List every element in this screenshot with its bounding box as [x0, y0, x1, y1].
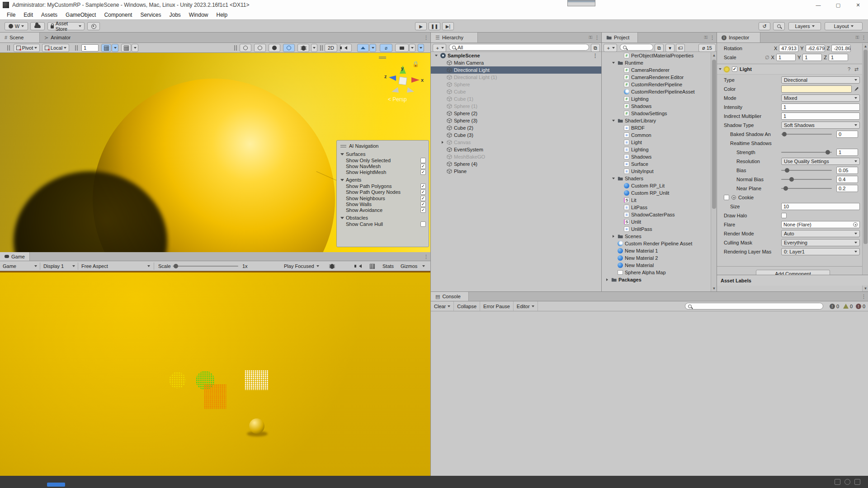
hierarchy-row-sphere-1-[interactable]: Sphere (1) — [431, 103, 601, 110]
hierarchy-row-cube-3-[interactable]: Cube (3) — [431, 131, 601, 139]
hierarchy-row-main-camera[interactable]: Main Camera — [431, 59, 601, 66]
tab-inspector[interactable]: i Inspector — [717, 33, 760, 42]
lighting-toggle[interactable] — [269, 44, 280, 52]
draw-halo-checkbox[interactable] — [781, 213, 787, 218]
scale-y-field[interactable]: 1 — [802, 54, 822, 61]
render-mode-dropdown[interactable]: Auto — [781, 230, 860, 237]
nav-section-obstacles[interactable]: Obstacles — [340, 215, 426, 221]
hierarchy-row-directional-light-1-[interactable]: Directional Light (1) — [431, 74, 601, 81]
mode-dropdown[interactable]: Mixed — [781, 94, 860, 102]
row-options-icon[interactable]: ⋮ — [593, 53, 601, 59]
frame-debugger-button[interactable] — [328, 263, 336, 270]
checkbox[interactable] — [420, 158, 426, 163]
menu-services[interactable]: Services — [136, 12, 165, 18]
type-dropdown[interactable]: Directional — [781, 76, 860, 84]
rotation-z-field[interactable]: -201.86 — [831, 45, 851, 52]
effects-toggle[interactable] — [357, 44, 369, 52]
game-view-dropdown[interactable]: Game — [1, 263, 39, 270]
project-row-shadowcasterpass[interactable]: ≡ShadowCasterPass — [602, 211, 711, 218]
nav-option-show-path-polygons[interactable]: Show Path Polygons✓ — [340, 183, 426, 189]
strength-slider[interactable] — [781, 152, 832, 153]
project-row-shadows[interactable]: ≡Shadows — [602, 153, 711, 160]
tab-hierarchy[interactable]: ☰ Hierarchy — [431, 33, 478, 42]
hierarchy-row-sphere-3-[interactable]: Sphere (3) — [431, 117, 601, 124]
tab-animator[interactable]: ≻ Animator — [40, 33, 85, 42]
console-error-pause-button[interactable]: Error Pause — [480, 301, 514, 311]
search-by-label-button[interactable]: 🏷 — [676, 44, 685, 52]
scale-slider[interactable] — [173, 266, 238, 267]
project-row-perobjectmaterialproperties[interactable]: #PerObjectMaterialProperties — [602, 52, 711, 59]
menu-window[interactable]: Window — [185, 12, 212, 18]
cookie-checkbox[interactable] — [724, 195, 729, 200]
maximize-button[interactable]: ▢ — [828, 0, 848, 10]
project-row-new-material-2[interactable]: New Material 2 — [602, 254, 711, 262]
tab-console[interactable]: ▤ Console — [431, 292, 469, 301]
status-activity-icon[interactable] — [844, 479, 850, 485]
toolbar-drag-handle[interactable] — [7, 45, 10, 51]
resolution-dropdown[interactable]: Use Quality Settings — [781, 158, 860, 165]
toolbar-drag-handle-2[interactable] — [75, 45, 78, 51]
project-row-unityinput[interactable]: ≡UnityInput — [602, 168, 711, 175]
step-button[interactable]: ▶| — [442, 22, 454, 30]
hierarchy-create-dropdown[interactable]: ＋ — [433, 44, 446, 52]
cloud-button[interactable] — [30, 22, 45, 30]
project-row-shaderlibrary[interactable]: ShaderLibrary — [602, 117, 711, 124]
inspector-lock-icon[interactable]: ⚿ — [855, 35, 859, 40]
project-row-scenes[interactable]: Scenes — [602, 233, 711, 240]
mute-audio-button[interactable] — [357, 263, 363, 270]
menu-assets[interactable]: Assets — [37, 12, 61, 18]
intensity-field[interactable]: 1 — [781, 103, 860, 111]
scene-viewport[interactable]: 🔒 y x z < Persp AI Navigation SurfacesSh… — [0, 53, 430, 252]
wireframe-toggle[interactable] — [254, 44, 266, 52]
menu-jobs[interactable]: Jobs — [165, 12, 184, 18]
layers-dropdown[interactable]: Layers — [788, 22, 821, 30]
persp-label[interactable]: < Persp — [388, 96, 407, 103]
project-search-window-button[interactable]: ⧉ — [655, 44, 664, 52]
play-button[interactable]: ▶ — [415, 22, 427, 30]
project-row-shadows[interactable]: #Shadows — [602, 103, 711, 110]
nav-option-show-only-selected[interactable]: Show Only Selected — [340, 157, 426, 163]
normal-bias-slider[interactable] — [781, 179, 832, 180]
console-search-input[interactable] — [685, 303, 823, 310]
slider-value-field[interactable]: 0.2 — [836, 185, 858, 192]
nav-option-show-carve-hull[interactable]: Show Carve Hull — [340, 221, 426, 227]
inspector-panel-menu[interactable]: ⋮ — [861, 35, 866, 41]
play-focused-dropdown[interactable]: Play Focused — [282, 263, 321, 270]
nav-overlay-grip[interactable] — [340, 145, 346, 147]
status-refresh-icon[interactable] — [854, 479, 860, 485]
grid-size-field[interactable]: 1 — [81, 44, 99, 52]
hierarchy-row-samplescene[interactable]: SampleScene⋮ — [431, 52, 601, 59]
scene-debug-toggle[interactable] — [297, 44, 309, 52]
checkbox[interactable]: ✓ — [420, 169, 426, 175]
camera-overlay-button[interactable] — [395, 44, 409, 52]
inspector-scrollbar[interactable]: ▲ ▼ — [862, 43, 868, 291]
hierarchy-row-cube-2-[interactable]: Cube (2) — [431, 124, 601, 131]
hierarchy-row-cube-1-[interactable]: Cube (1) — [431, 95, 601, 103]
project-row-custom-rp-unlit[interactable]: Custom RP_Unlit — [602, 189, 711, 197]
rendering-layer-mas-dropdown[interactable]: 0: Layer1 — [781, 248, 860, 255]
baked-shadow-an-slider[interactable] — [781, 134, 832, 135]
console-panel-menu[interactable]: ⋮ — [861, 294, 866, 300]
hierarchy-row-cube[interactable]: Cube — [431, 88, 601, 95]
checkbox[interactable]: ✓ — [420, 196, 426, 201]
effects-dropdown[interactable] — [369, 44, 376, 52]
project-row-camerarenderer-editor[interactable]: #CameraRenderer.Editor — [602, 74, 711, 81]
floating-window-thumbnail[interactable] — [567, 0, 595, 6]
asset-store-button[interactable]: Asset Store — [47, 22, 85, 30]
project-row-surface[interactable]: ≡Surface — [602, 160, 711, 168]
search-button[interactable] — [773, 22, 785, 30]
project-row-common[interactable]: ≡Common — [602, 131, 711, 139]
slider-value-field[interactable]: 1 — [836, 149, 858, 156]
grid-snap-toggle[interactable] — [101, 44, 111, 52]
draw-mode-toggle[interactable] — [240, 44, 251, 52]
console-clear-button[interactable]: Clear — [431, 301, 454, 311]
nav-option-show-navmesh[interactable]: Show NavMesh✓ — [340, 163, 426, 169]
checkbox[interactable]: ✓ — [420, 189, 426, 195]
hierarchy-row-eventsystem[interactable]: EventSystem — [431, 146, 601, 153]
menu-component[interactable]: Component — [100, 12, 136, 18]
overlay-grip[interactable] — [379, 56, 386, 59]
status-console-icon[interactable] — [835, 479, 840, 485]
scroll-up-arrow[interactable]: ▲ — [863, 44, 868, 48]
flare-object-field[interactable]: None (Flare) — [781, 221, 860, 228]
hierarchy-panel-menu[interactable]: ⋮ — [594, 35, 599, 41]
